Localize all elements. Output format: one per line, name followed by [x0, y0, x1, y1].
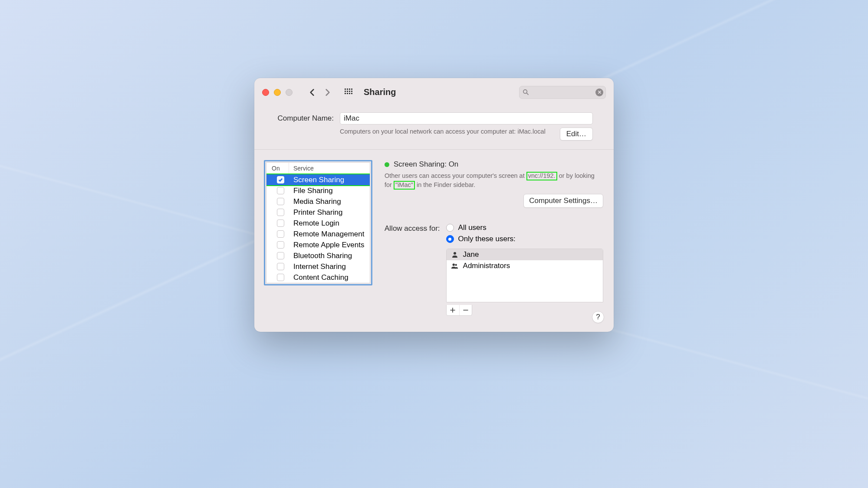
- radio-only-these-users[interactable]: Only these users:: [446, 235, 603, 243]
- service-checkbox[interactable]: [277, 274, 284, 281]
- status-label: Screen Sharing: On: [394, 160, 458, 169]
- sharing-preferences-window: Sharing Computer Name: Computers on your…: [254, 78, 614, 332]
- svg-rect-3: [351, 88, 352, 90]
- service-checkbox[interactable]: [277, 198, 284, 205]
- user-row[interactable]: Jane: [447, 249, 603, 260]
- user-list-controls: [446, 305, 472, 316]
- access-radio-group: All users Only these users: JaneAdminist…: [446, 223, 603, 316]
- service-label: Media Sharing: [289, 197, 341, 206]
- edit-hostname-button[interactable]: Edit…: [560, 128, 593, 141]
- service-row[interactable]: File Sharing: [266, 185, 370, 196]
- service-checkbox[interactable]: [277, 263, 284, 270]
- user-name: Administrators: [463, 262, 510, 270]
- service-checkbox[interactable]: [277, 252, 284, 259]
- service-row[interactable]: Content Caching: [266, 272, 370, 283]
- svg-rect-0: [345, 88, 346, 90]
- service-row[interactable]: Screen Sharing: [266, 174, 370, 185]
- svg-line-13: [526, 93, 528, 95]
- allow-access-section: Allow access for: All users Only these u…: [385, 223, 603, 316]
- computer-name-label: Computer Name:: [275, 114, 334, 123]
- maximize-button: [286, 89, 293, 96]
- svg-rect-7: [351, 91, 352, 92]
- service-label: Content Caching: [289, 273, 349, 282]
- svg-rect-1: [347, 88, 348, 90]
- svg-rect-11: [351, 93, 352, 94]
- access-desc-text: in the Finder sidebar.: [415, 181, 475, 188]
- services-list-focus-ring: On Service Screen SharingFile SharingMed…: [264, 160, 372, 285]
- service-detail-pane: Screen Sharing: On Other users can acces…: [385, 160, 603, 316]
- chevron-right-icon: [325, 88, 331, 96]
- service-checkbox[interactable]: [277, 241, 284, 249]
- service-label: Remote Apple Events: [289, 241, 364, 249]
- service-row[interactable]: Internet Sharing: [266, 261, 370, 272]
- service-label: Screen Sharing: [289, 176, 344, 184]
- user-list[interactable]: JaneAdministrators: [446, 249, 603, 302]
- computer-settings-button[interactable]: Computer Settings…: [523, 194, 603, 208]
- service-row[interactable]: Bluetooth Sharing: [266, 250, 370, 261]
- window-controls: [262, 89, 293, 96]
- service-row[interactable]: Printer Sharing: [266, 207, 370, 218]
- service-row[interactable]: Remote Management: [266, 229, 370, 239]
- back-button[interactable]: [306, 86, 319, 99]
- radio-button: [446, 235, 454, 243]
- svg-rect-5: [347, 91, 348, 92]
- status-indicator-icon: [385, 162, 389, 167]
- service-label: Printer Sharing: [289, 208, 342, 217]
- services-header: On Service: [266, 163, 370, 174]
- toolbar: Sharing: [254, 78, 614, 106]
- radio-label: All users: [458, 223, 487, 232]
- computer-name-description: Computers on your local network can acce…: [340, 128, 554, 136]
- service-label: Bluetooth Sharing: [289, 252, 352, 260]
- service-label: File Sharing: [289, 187, 333, 195]
- allow-access-label: Allow access for:: [385, 223, 440, 233]
- svg-point-14: [454, 252, 456, 255]
- help-button[interactable]: ?: [592, 311, 604, 323]
- group-icon: [451, 263, 459, 269]
- forward-button: [321, 86, 334, 99]
- service-checkbox[interactable]: [277, 230, 284, 238]
- service-row[interactable]: Remote Apple Events: [266, 239, 370, 250]
- access-description: Other users can access your computer's s…: [385, 171, 603, 190]
- svg-rect-6: [349, 91, 350, 92]
- computer-name-input[interactable]: [340, 112, 593, 124]
- computer-name-section: Computer Name: Computers on your local n…: [254, 106, 614, 149]
- access-desc-text: Other users can access your computer's s…: [385, 172, 526, 179]
- radio-button: [446, 224, 454, 232]
- svg-point-16: [455, 264, 457, 266]
- service-row[interactable]: Remote Login: [266, 218, 370, 229]
- service-label: Internet Sharing: [289, 262, 346, 271]
- chevron-left-icon: [309, 88, 315, 96]
- svg-rect-9: [347, 93, 348, 94]
- service-checkbox[interactable]: [277, 219, 284, 227]
- close-button[interactable]: [262, 89, 269, 96]
- services-list[interactable]: On Service Screen SharingFile SharingMed…: [266, 162, 370, 283]
- highlight-computer-name: "iMac": [394, 181, 415, 190]
- svg-rect-4: [345, 91, 346, 92]
- user-name: Jane: [463, 250, 479, 259]
- status-row: Screen Sharing: On: [385, 160, 603, 169]
- search-input[interactable]: [519, 86, 606, 99]
- highlight-vnc-address: vnc://192.: [526, 172, 557, 180]
- x-icon: [598, 90, 602, 94]
- header-service: Service: [289, 163, 370, 174]
- service-checkbox[interactable]: [277, 176, 284, 183]
- service-checkbox[interactable]: [277, 209, 284, 216]
- radio-all-users[interactable]: All users: [446, 223, 603, 232]
- nav-arrows: [306, 86, 334, 99]
- show-all-button[interactable]: [342, 86, 355, 99]
- minimize-button[interactable]: [274, 89, 281, 96]
- main-content: On Service Screen SharingFile SharingMed…: [254, 150, 614, 332]
- svg-point-15: [452, 264, 454, 266]
- add-user-button[interactable]: [447, 305, 459, 315]
- grid-icon: [345, 88, 352, 96]
- svg-rect-2: [349, 88, 350, 90]
- service-row[interactable]: Media Sharing: [266, 196, 370, 207]
- remove-user-button[interactable]: [459, 305, 472, 315]
- service-checkbox[interactable]: [277, 187, 284, 194]
- search-icon: [523, 89, 529, 98]
- clear-search-button[interactable]: [595, 88, 603, 96]
- service-label: Remote Login: [289, 219, 339, 228]
- person-icon: [451, 252, 459, 258]
- user-row[interactable]: Administrators: [447, 260, 603, 272]
- search-field-wrap: [519, 86, 606, 99]
